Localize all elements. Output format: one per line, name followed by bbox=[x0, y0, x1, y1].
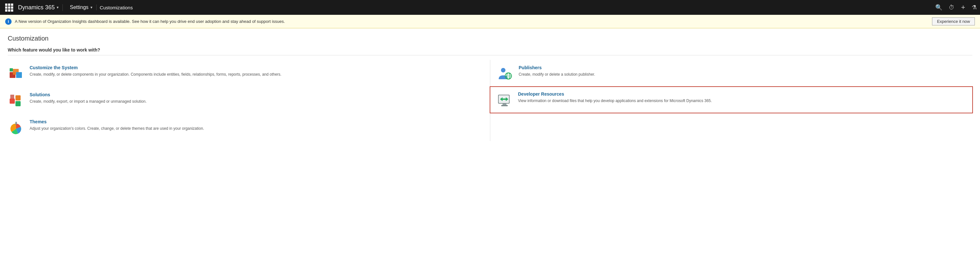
feature-publishers[interactable]: Publishers Create, modify or delete a so… bbox=[490, 60, 972, 87]
breadcrumb: Customizations bbox=[100, 5, 133, 10]
left-column: Customize the System Create, modify, or … bbox=[8, 60, 490, 141]
publishers-content: Publishers Create, modify or delete a so… bbox=[519, 65, 972, 77]
svg-rect-7 bbox=[10, 95, 14, 99]
publishers-desc: Create, modify or delete a solution publ… bbox=[519, 72, 972, 77]
customize-icon bbox=[8, 65, 24, 82]
top-navigation: Dynamics 365 ▾ Settings ▾ Customizations… bbox=[0, 0, 980, 15]
app-title-container[interactable]: Dynamics 365 ▾ bbox=[17, 4, 63, 11]
features-grid: Customize the System Create, modify, or … bbox=[8, 60, 972, 141]
svg-rect-2 bbox=[16, 72, 22, 78]
add-icon[interactable]: + bbox=[961, 3, 965, 11]
solutions-icon bbox=[8, 92, 24, 109]
themes-icon bbox=[8, 119, 24, 136]
history-icon[interactable]: ⏱ bbox=[949, 4, 955, 11]
svg-rect-5 bbox=[16, 95, 21, 100]
feature-solutions[interactable]: Solutions Create, modify, export, or imp… bbox=[8, 87, 490, 114]
svg-rect-3 bbox=[10, 68, 13, 72]
publishers-title: Publishers bbox=[519, 65, 972, 70]
settings-label: Settings bbox=[70, 5, 89, 10]
devresources-icon bbox=[496, 91, 513, 108]
feature-devresources[interactable]: Developer Resources View information or … bbox=[490, 86, 973, 113]
banner-text: A New version of Organization Insights d… bbox=[15, 19, 929, 24]
svg-rect-9 bbox=[16, 122, 17, 125]
right-column: Publishers Create, modify or delete a so… bbox=[490, 60, 972, 141]
customize-title: Customize the System bbox=[30, 65, 484, 70]
devresources-desc: View information or download files that … bbox=[518, 98, 972, 104]
settings-menu[interactable]: Settings ▾ bbox=[66, 5, 97, 10]
page-title: Customization bbox=[8, 35, 972, 42]
feature-customize[interactable]: Customize the System Create, modify, or … bbox=[8, 60, 490, 87]
waffle-menu[interactable] bbox=[3, 2, 15, 13]
experience-now-button[interactable]: Experience it now bbox=[932, 18, 975, 26]
svg-rect-20 bbox=[501, 105, 508, 106]
app-chevron-icon: ▾ bbox=[57, 5, 59, 10]
publishers-icon bbox=[497, 65, 514, 82]
filter-icon[interactable]: ⚗ bbox=[972, 4, 977, 11]
settings-chevron-icon: ▾ bbox=[91, 5, 92, 10]
waffle-icon bbox=[5, 3, 13, 11]
themes-title: Themes bbox=[30, 119, 484, 124]
devresources-content: Developer Resources View information or … bbox=[518, 91, 972, 104]
feature-themes[interactable]: Themes Adjust your organization's colors… bbox=[8, 114, 490, 141]
main-content: Customization Which feature would you li… bbox=[0, 28, 980, 147]
notification-banner: i A New version of Organization Insights… bbox=[0, 15, 980, 28]
solutions-content: Solutions Create, modify, export, or imp… bbox=[30, 92, 484, 104]
customize-content: Customize the System Create, modify, or … bbox=[30, 65, 484, 77]
svg-rect-4 bbox=[10, 99, 15, 104]
app-title: Dynamics 365 bbox=[18, 4, 55, 11]
svg-point-10 bbox=[501, 68, 506, 72]
search-icon[interactable]: 🔍 bbox=[935, 4, 942, 11]
solutions-title: Solutions bbox=[30, 92, 484, 97]
nav-right-icons: 🔍 ⏱ + ⚗ bbox=[935, 3, 977, 11]
svg-rect-6 bbox=[16, 101, 21, 106]
info-icon: i bbox=[5, 18, 11, 25]
section-title: Which feature would you like to work wit… bbox=[8, 47, 972, 56]
customize-desc: Create, modify, or delete components in … bbox=[30, 72, 484, 77]
themes-desc: Adjust your organization's colors. Creat… bbox=[30, 126, 484, 131]
themes-content: Themes Adjust your organization's colors… bbox=[30, 119, 484, 131]
devresources-title: Developer Resources bbox=[518, 91, 972, 97]
solutions-desc: Create, modify, export, or import a mana… bbox=[30, 99, 484, 104]
